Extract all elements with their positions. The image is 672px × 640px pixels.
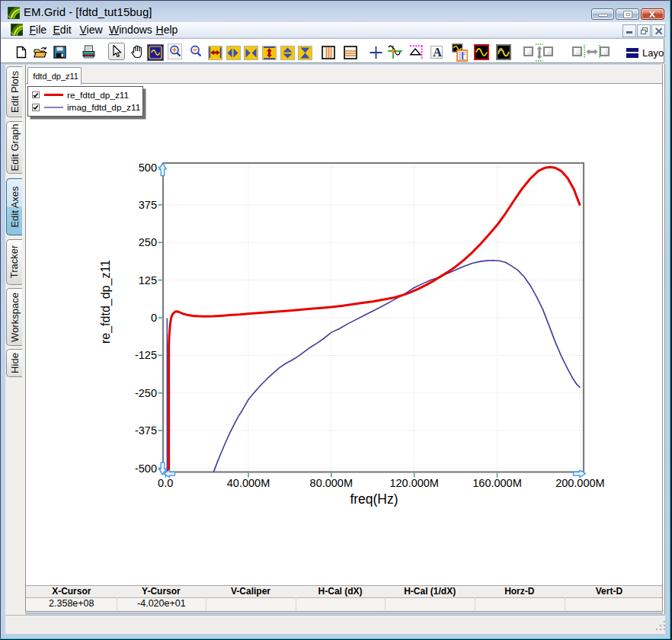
svg-text:-500: -500 bbox=[135, 462, 157, 475]
svg-text:200.000M: 200.000M bbox=[555, 477, 605, 489]
svg-text:-375: -375 bbox=[135, 424, 157, 437]
svg-text:0: 0 bbox=[151, 312, 157, 324]
svg-text:500: 500 bbox=[139, 162, 157, 174]
svg-text:re_fdtd_dp_z11: re_fdtd_dp_z11 bbox=[99, 260, 113, 344]
svg-text:160.000M: 160.000M bbox=[472, 477, 522, 489]
svg-text:125: 125 bbox=[139, 274, 157, 286]
svg-text:freq(Hz): freq(Hz) bbox=[350, 491, 398, 507]
svg-text:-250: -250 bbox=[135, 387, 157, 399]
svg-text:40.000M: 40.000M bbox=[227, 477, 270, 489]
svg-text:120.000M: 120.000M bbox=[389, 477, 439, 489]
svg-text:0.0: 0.0 bbox=[158, 477, 173, 489]
svg-text:375: 375 bbox=[139, 199, 157, 211]
svg-text:250: 250 bbox=[139, 236, 157, 248]
svg-text:80.000M: 80.000M bbox=[310, 477, 353, 489]
svg-text:-125: -125 bbox=[135, 349, 157, 361]
